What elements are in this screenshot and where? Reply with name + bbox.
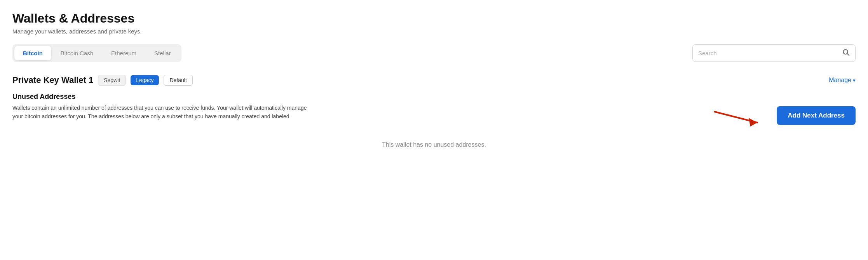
tab-bitcoin[interactable]: Bitcoin	[14, 46, 51, 60]
manage-label: Manage	[829, 77, 851, 84]
badge-segwit[interactable]: Segwit	[98, 75, 126, 86]
wallet-header: Private Key Wallet 1 Segwit Legacy Defau…	[12, 75, 856, 86]
arrow-indicator	[715, 104, 777, 127]
manage-button[interactable]: Manage ▾	[829, 77, 856, 84]
top-bar: Bitcoin Bitcoin Cash Ethereum Stellar	[12, 44, 856, 62]
wallet-title-row: Private Key Wallet 1 Segwit Legacy Defau…	[12, 75, 193, 86]
page-subtitle: Manage your wallets, addresses and priva…	[12, 28, 856, 35]
tabs-container: Bitcoin Bitcoin Cash Ethereum Stellar	[12, 44, 181, 62]
badge-default[interactable]: Default	[164, 75, 192, 86]
chevron-down-icon: ▾	[853, 77, 856, 83]
unused-addresses-title: Unused Addresses	[12, 93, 856, 101]
search-box	[692, 44, 856, 62]
page-title: Wallets & Addresses	[12, 11, 856, 26]
search-icon	[842, 48, 850, 58]
svg-line-1	[847, 54, 849, 56]
unused-addresses-description: Wallets contain an unlimited number of a…	[12, 104, 315, 121]
page-header: Wallets & Addresses Manage your wallets,…	[12, 11, 856, 35]
action-row: Wallets contain an unlimited number of a…	[12, 104, 856, 127]
badge-legacy[interactable]: Legacy	[131, 75, 159, 85]
tab-bitcoin-cash[interactable]: Bitcoin Cash	[52, 46, 102, 60]
empty-message: This wallet has no unused addresses.	[12, 141, 856, 148]
tab-ethereum[interactable]: Ethereum	[103, 46, 145, 60]
arrow-button-area: Add Next Address	[715, 104, 856, 127]
tab-stellar[interactable]: Stellar	[146, 46, 180, 60]
wallet-name: Private Key Wallet 1	[12, 75, 93, 85]
svg-point-0	[843, 50, 848, 54]
svg-marker-3	[749, 118, 757, 126]
wallet-section: Private Key Wallet 1 Segwit Legacy Defau…	[12, 75, 856, 127]
search-input[interactable]	[698, 50, 840, 56]
unused-addresses-section: Unused Addresses Wallets contain an unli…	[12, 93, 856, 127]
add-next-address-button[interactable]: Add Next Address	[777, 106, 856, 125]
